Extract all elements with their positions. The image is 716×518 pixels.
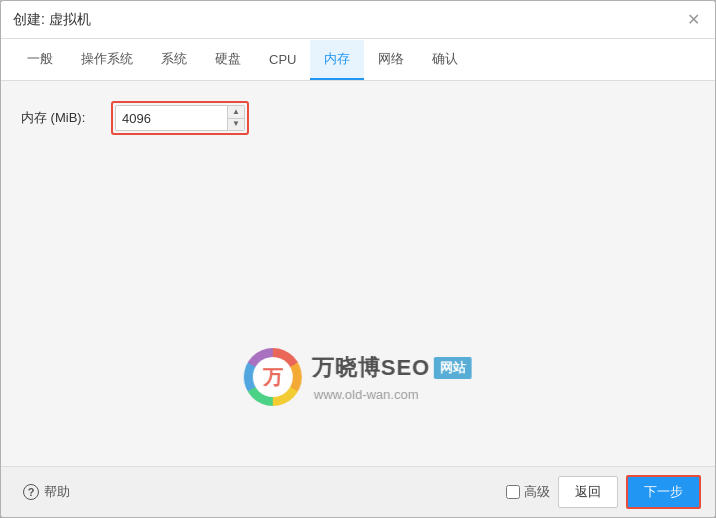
tab-cpu[interactable]: CPU <box>255 42 310 79</box>
help-label: 帮助 <box>44 483 70 501</box>
watermark-url: www.old-wan.com <box>314 387 472 402</box>
memory-label: 内存 (MiB): <box>21 109 101 127</box>
help-button[interactable]: ? 帮助 <box>15 479 78 505</box>
advanced-checkbox[interactable] <box>506 485 520 499</box>
memory-spinners: ▲ ▼ <box>227 106 244 130</box>
content-area: 内存 (MiB): ▲ ▼ 万 万晓博SEO <box>1 81 715 466</box>
advanced-row: 高级 <box>506 483 550 501</box>
help-icon: ? <box>23 484 39 500</box>
memory-input[interactable] <box>116 109 227 128</box>
footer-bar: ? 帮助 高级 返回 下一步 <box>1 466 715 517</box>
back-button[interactable]: 返回 <box>558 476 618 508</box>
tab-bar: 一般 操作系统 系统 硬盘 CPU 内存 网络 确认 <box>1 39 715 81</box>
next-button[interactable]: 下一步 <box>626 475 701 509</box>
watermark-title: 万晓博SEO 网站 <box>312 353 472 383</box>
memory-field-highlight: ▲ ▼ <box>111 101 249 135</box>
tab-general[interactable]: 一般 <box>13 40 67 80</box>
footer-right: 高级 返回 下一步 <box>506 475 701 509</box>
watermark-site-name: 万晓博SEO <box>312 353 430 383</box>
close-button[interactable]: ✕ <box>683 10 703 30</box>
advanced-label: 高级 <box>524 483 550 501</box>
watermark-logo-row: 万 万晓博SEO 网站 www.old-wan.com <box>244 348 472 406</box>
memory-input-container: ▲ ▼ <box>115 105 245 131</box>
tab-system[interactable]: 系统 <box>147 40 201 80</box>
tab-confirm[interactable]: 确认 <box>418 40 472 80</box>
logo-circle: 万 <box>244 348 302 406</box>
watermark-badge: 网站 <box>434 357 472 379</box>
tab-memory[interactable]: 内存 <box>310 40 364 80</box>
window-title: 创建: 虚拟机 <box>13 11 91 29</box>
watermark-text-group: 万晓博SEO 网站 www.old-wan.com <box>312 353 472 402</box>
watermark: 万 万晓博SEO 网站 www.old-wan.com <box>244 348 472 406</box>
tab-disk[interactable]: 硬盘 <box>201 40 255 80</box>
tab-network[interactable]: 网络 <box>364 40 418 80</box>
tab-os[interactable]: 操作系统 <box>67 40 147 80</box>
memory-increment-button[interactable]: ▲ <box>228 106 244 119</box>
memory-decrement-button[interactable]: ▼ <box>228 119 244 131</box>
memory-form-row: 内存 (MiB): ▲ ▼ <box>21 101 695 135</box>
dialog-window: 创建: 虚拟机 ✕ 一般 操作系统 系统 硬盘 CPU 内存 网络 确认 内存 … <box>0 0 716 518</box>
title-bar: 创建: 虚拟机 ✕ <box>1 1 715 39</box>
logo-inner-char: 万 <box>253 357 293 397</box>
